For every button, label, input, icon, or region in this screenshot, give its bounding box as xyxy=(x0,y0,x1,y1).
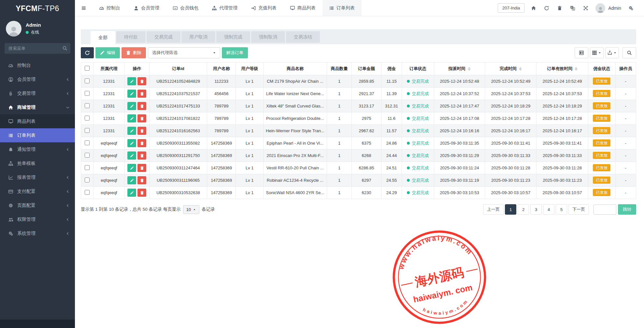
sidebar-item-product-list[interactable]: 商品列表 xyxy=(0,114,75,128)
home-button[interactable] xyxy=(527,0,540,16)
sidebar-item-page-config[interactable]: 页面配置 xyxy=(0,198,75,212)
settings-button[interactable] xyxy=(624,0,637,16)
row-delete-button[interactable] xyxy=(137,127,146,135)
next-page-button[interactable]: 下一页 xyxy=(568,204,589,215)
sidebar-search-input[interactable] xyxy=(5,43,70,54)
tab-trade-frozen[interactable]: 交易冻结 xyxy=(286,31,320,43)
watermark-center-text: 海外源码 xyxy=(413,265,465,289)
row-delete-button[interactable] xyxy=(137,90,146,98)
cell-order_id: UB2509300311355082 xyxy=(150,137,207,150)
cell-commission: 24.29 xyxy=(381,187,402,199)
page-button-3[interactable]: 3 xyxy=(530,204,542,215)
sidebar-item-permission-mgmt[interactable]: 权限管理 xyxy=(0,212,75,226)
page-button-2[interactable]: 2 xyxy=(518,204,529,215)
topnav-item-product-list[interactable]: 商品列表 xyxy=(283,0,322,16)
prev-page-button[interactable]: 上一页 xyxy=(483,204,504,215)
tab-pending-payment[interactable]: 待付款 xyxy=(116,31,146,43)
row-edit-button[interactable] xyxy=(127,139,136,147)
row-edit-button[interactable] xyxy=(127,90,136,98)
row-edit-button[interactable] xyxy=(127,176,136,184)
row-delete-button[interactable] xyxy=(137,102,146,110)
sidebar-item-label: 系统管理 xyxy=(17,231,36,236)
fullscreen-button[interactable] xyxy=(579,0,592,16)
export-button[interactable] xyxy=(605,47,619,58)
sidebar-toggle-button[interactable] xyxy=(75,0,93,16)
sidebar-item-order-list[interactable]: 订单列表 xyxy=(0,128,75,142)
page-button-1[interactable]: 1 xyxy=(505,204,516,215)
cell-commission: 24.55 xyxy=(381,174,402,187)
toggle-view-button[interactable] xyxy=(575,47,588,58)
row-checkbox[interactable] xyxy=(85,128,90,133)
topnav-item-member-mgmt[interactable]: 会员管理 xyxy=(127,0,166,16)
row-delete-button[interactable] xyxy=(137,164,146,172)
sidebar-item-system-mgmt[interactable]: 系统管理 xyxy=(0,226,75,240)
column-header-completed_at[interactable]: 完成时间 xyxy=(485,63,537,75)
row-checkbox[interactable] xyxy=(85,116,90,121)
tab-force-cancel[interactable]: 强制取消 xyxy=(251,31,285,43)
page-size-select[interactable]: 10 xyxy=(183,205,199,214)
user-menu[interactable]: Admin xyxy=(592,3,624,13)
row-checkbox[interactable] xyxy=(85,165,90,170)
topnav-item-member-wallet[interactable]: cc会员钱包 xyxy=(166,0,205,16)
row-checkbox[interactable] xyxy=(85,91,90,96)
clear-cache-button[interactable] xyxy=(553,0,566,16)
column-header-assigned_at[interactable]: 指派时间 xyxy=(434,63,485,75)
row-checkbox[interactable] xyxy=(85,140,90,145)
row-edit-button[interactable] xyxy=(127,77,136,85)
sidebar-item-report-mgmt[interactable]: 报表管理 xyxy=(0,170,75,184)
cell-level: Lv 1 xyxy=(236,150,263,162)
unfreeze-order-button[interactable]: 解冻订单 xyxy=(222,47,248,58)
select-all-checkbox[interactable] xyxy=(85,66,90,71)
agent-filter-select[interactable]: 选择代理筛选 xyxy=(148,47,220,58)
tab-all[interactable]: 全部 xyxy=(91,31,115,44)
column-header-valid_at[interactable]: 订单有效时间 xyxy=(537,63,588,75)
row-edit-button[interactable] xyxy=(127,114,136,122)
sidebar-item-notice-mgmt[interactable]: 通知管理 xyxy=(0,142,75,156)
sidebar-item-member-mgmt[interactable]: 会员管理 xyxy=(0,72,75,86)
edit-button[interactable]: 编辑 xyxy=(95,47,120,58)
region-button[interactable]: 207-India xyxy=(498,3,524,13)
row-delete-button[interactable] xyxy=(137,114,146,122)
tab-force-complete[interactable]: 强制完成 xyxy=(216,31,250,43)
row-checkbox[interactable] xyxy=(85,78,90,83)
cell-agent: eqfqeeqf xyxy=(93,137,125,150)
row-edit-button[interactable] xyxy=(127,127,136,135)
jump-page-input[interactable] xyxy=(594,205,616,215)
cell-operator: - xyxy=(615,150,636,162)
page-button-5[interactable]: 5 xyxy=(556,204,567,215)
pagination: 上一页 12345 下一页 跳转 xyxy=(482,204,636,215)
row-checkbox[interactable] xyxy=(85,103,90,108)
row-delete-button[interactable] xyxy=(137,176,146,184)
row-checkbox[interactable] xyxy=(85,190,90,195)
signin-icon xyxy=(251,6,256,10)
sidebar-item-console[interactable]: 控制台 xyxy=(0,58,75,72)
delete-button[interactable]: 删除 xyxy=(122,47,146,58)
tab-trade-complete[interactable]: 交易完成 xyxy=(147,31,180,43)
sidebar-item-mall-mgmt[interactable]: 商城管理 xyxy=(0,100,75,114)
topnav-item-console[interactable]: 控制台 xyxy=(93,0,127,16)
topnav-item-agent-mgmt[interactable]: 代理管理 xyxy=(205,0,244,16)
row-delete-button[interactable] xyxy=(137,139,146,147)
row-checkbox[interactable] xyxy=(85,178,90,182)
tab-user-cancel[interactable]: 用户取消 xyxy=(181,31,215,43)
sidebar-item-grab-template[interactable]: 抢单模板 xyxy=(0,156,75,170)
topnav-item-recharge-list[interactable]: 充值列表 xyxy=(244,0,283,16)
sidebar-item-payment-config[interactable]: 支付配置 xyxy=(0,184,75,198)
row-delete-button[interactable] xyxy=(137,189,146,197)
topnav-item-order-list[interactable]: 订单列表 xyxy=(322,0,362,16)
columns-button[interactable] xyxy=(590,47,604,58)
jump-button[interactable]: 跳转 xyxy=(618,204,636,215)
refresh-button[interactable] xyxy=(540,0,553,16)
table-search-button[interactable] xyxy=(623,47,636,58)
row-delete-button[interactable] xyxy=(137,151,146,160)
row-edit-button[interactable] xyxy=(127,189,136,197)
row-edit-button[interactable] xyxy=(127,102,136,110)
row-edit-button[interactable] xyxy=(127,151,136,160)
row-edit-button[interactable] xyxy=(127,164,136,172)
refresh-table-button[interactable] xyxy=(81,47,94,58)
row-checkbox[interactable] xyxy=(85,153,90,158)
language-button[interactable]: Aa xyxy=(566,0,579,16)
page-button-4[interactable]: 4 xyxy=(543,204,554,215)
sidebar-item-trade-mgmt[interactable]: B交易管理 xyxy=(0,86,75,100)
row-delete-button[interactable] xyxy=(137,77,146,85)
